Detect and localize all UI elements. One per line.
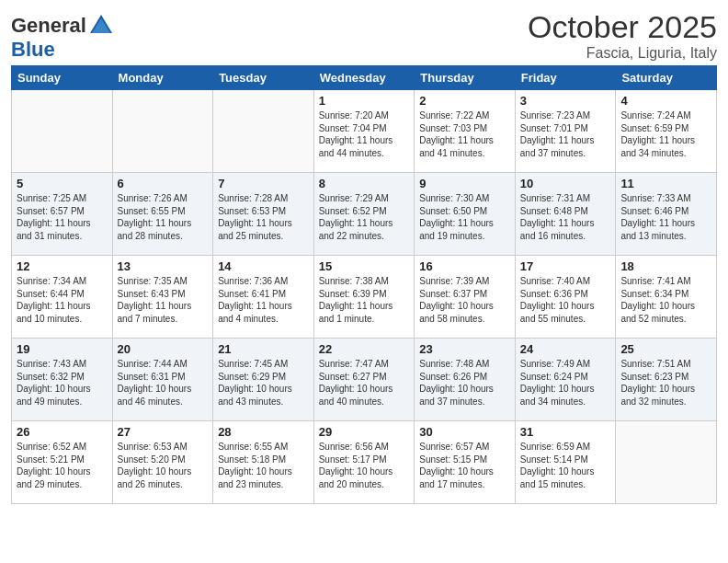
calendar-cell bbox=[12, 90, 113, 173]
day-number: 23 bbox=[419, 342, 510, 356]
calendar-week-4: 19Sunrise: 7:43 AM Sunset: 6:32 PM Dayli… bbox=[12, 339, 717, 421]
calendar-cell: 5Sunrise: 7:25 AM Sunset: 6:57 PM Daylig… bbox=[12, 173, 113, 256]
day-number: 28 bbox=[218, 425, 309, 439]
day-info: Sunrise: 7:43 AM Sunset: 6:32 PM Dayligh… bbox=[17, 358, 108, 408]
calendar-cell: 6Sunrise: 7:26 AM Sunset: 6:55 PM Daylig… bbox=[112, 173, 213, 256]
calendar-cell: 21Sunrise: 7:45 AM Sunset: 6:29 PM Dayli… bbox=[213, 339, 314, 421]
calendar-cell: 29Sunrise: 6:56 AM Sunset: 5:17 PM Dayli… bbox=[313, 421, 415, 504]
calendar-cell: 1Sunrise: 7:20 AM Sunset: 7:04 PM Daylig… bbox=[313, 90, 415, 173]
calendar-cell: 22Sunrise: 7:47 AM Sunset: 6:27 PM Dayli… bbox=[313, 339, 415, 421]
calendar-cell: 14Sunrise: 7:36 AM Sunset: 6:41 PM Dayli… bbox=[213, 256, 314, 339]
calendar-cell: 17Sunrise: 7:40 AM Sunset: 6:36 PM Dayli… bbox=[515, 256, 616, 339]
day-number: 12 bbox=[17, 259, 108, 273]
header-monday: Monday bbox=[112, 66, 213, 90]
day-info: Sunrise: 7:23 AM Sunset: 7:01 PM Dayligh… bbox=[520, 109, 611, 159]
day-info: Sunrise: 7:40 AM Sunset: 6:36 PM Dayligh… bbox=[520, 275, 611, 325]
day-number: 25 bbox=[620, 342, 711, 356]
calendar-cell: 18Sunrise: 7:41 AM Sunset: 6:34 PM Dayli… bbox=[616, 256, 717, 339]
day-number: 16 bbox=[419, 259, 510, 273]
day-info: Sunrise: 7:36 AM Sunset: 6:41 PM Dayligh… bbox=[218, 275, 309, 325]
calendar-cell: 16Sunrise: 7:39 AM Sunset: 6:37 PM Dayli… bbox=[415, 256, 516, 339]
day-info: Sunrise: 7:38 AM Sunset: 6:39 PM Dayligh… bbox=[319, 275, 410, 325]
day-info: Sunrise: 7:39 AM Sunset: 6:37 PM Dayligh… bbox=[419, 275, 510, 325]
day-info: Sunrise: 7:48 AM Sunset: 6:26 PM Dayligh… bbox=[419, 358, 510, 408]
day-info: Sunrise: 6:53 AM Sunset: 5:20 PM Dayligh… bbox=[118, 441, 209, 490]
day-info: Sunrise: 7:45 AM Sunset: 6:29 PM Dayligh… bbox=[218, 358, 309, 408]
calendar-table: Sunday Monday Tuesday Wednesday Thursday… bbox=[11, 65, 717, 504]
day-info: Sunrise: 7:49 AM Sunset: 6:24 PM Dayligh… bbox=[520, 358, 611, 408]
calendar-cell: 12Sunrise: 7:34 AM Sunset: 6:44 PM Dayli… bbox=[12, 256, 113, 339]
day-number: 30 bbox=[419, 425, 510, 439]
day-info: Sunrise: 7:20 AM Sunset: 7:04 PM Dayligh… bbox=[319, 109, 410, 159]
calendar-cell: 2Sunrise: 7:22 AM Sunset: 7:03 PM Daylig… bbox=[415, 90, 516, 173]
title-block: October 2025 Fascia, Liguria, Italy bbox=[528, 9, 717, 62]
calendar-cell: 7Sunrise: 7:28 AM Sunset: 6:53 PM Daylig… bbox=[213, 173, 314, 256]
day-info: Sunrise: 6:55 AM Sunset: 5:18 PM Dayligh… bbox=[218, 441, 309, 490]
day-number: 11 bbox=[620, 177, 711, 190]
day-info: Sunrise: 7:44 AM Sunset: 6:31 PM Dayligh… bbox=[118, 358, 209, 408]
calendar-cell: 4Sunrise: 7:24 AM Sunset: 6:59 PM Daylig… bbox=[616, 90, 717, 173]
day-info: Sunrise: 7:41 AM Sunset: 6:34 PM Dayligh… bbox=[620, 275, 711, 325]
day-info: Sunrise: 6:52 AM Sunset: 5:21 PM Dayligh… bbox=[17, 441, 108, 490]
day-number: 9 bbox=[419, 177, 510, 190]
day-info: Sunrise: 7:33 AM Sunset: 6:46 PM Dayligh… bbox=[620, 192, 711, 242]
calendar-cell: 10Sunrise: 7:31 AM Sunset: 6:48 PM Dayli… bbox=[515, 173, 616, 256]
calendar-cell: 11Sunrise: 7:33 AM Sunset: 6:46 PM Dayli… bbox=[616, 173, 717, 256]
calendar-week-1: 1Sunrise: 7:20 AM Sunset: 7:04 PM Daylig… bbox=[12, 90, 717, 173]
day-info: Sunrise: 7:22 AM Sunset: 7:03 PM Dayligh… bbox=[419, 109, 510, 159]
logo: General Blue bbox=[11, 13, 114, 61]
day-info: Sunrise: 7:28 AM Sunset: 6:53 PM Dayligh… bbox=[218, 192, 309, 242]
day-number: 15 bbox=[319, 259, 410, 273]
day-info: Sunrise: 6:57 AM Sunset: 5:15 PM Dayligh… bbox=[419, 441, 510, 490]
day-info: Sunrise: 7:34 AM Sunset: 6:44 PM Dayligh… bbox=[17, 275, 108, 325]
calendar-cell: 3Sunrise: 7:23 AM Sunset: 7:01 PM Daylig… bbox=[515, 90, 616, 173]
day-info: Sunrise: 7:29 AM Sunset: 6:52 PM Dayligh… bbox=[319, 192, 410, 242]
day-number: 24 bbox=[520, 342, 611, 356]
calendar-cell: 9Sunrise: 7:30 AM Sunset: 6:50 PM Daylig… bbox=[415, 173, 516, 256]
day-number: 21 bbox=[218, 342, 309, 356]
calendar-cell: 13Sunrise: 7:35 AM Sunset: 6:43 PM Dayli… bbox=[112, 256, 213, 339]
day-info: Sunrise: 6:59 AM Sunset: 5:14 PM Dayligh… bbox=[520, 441, 611, 490]
day-number: 14 bbox=[218, 259, 309, 273]
day-number: 19 bbox=[17, 342, 108, 356]
day-number: 8 bbox=[319, 177, 410, 190]
header-wednesday: Wednesday bbox=[313, 66, 415, 90]
header: General Blue October 2025 Fascia, Liguri… bbox=[11, 9, 717, 62]
month-title: October 2025 bbox=[528, 9, 717, 45]
day-number: 26 bbox=[17, 425, 108, 439]
calendar-cell: 24Sunrise: 7:49 AM Sunset: 6:24 PM Dayli… bbox=[515, 339, 616, 421]
calendar-week-3: 12Sunrise: 7:34 AM Sunset: 6:44 PM Dayli… bbox=[12, 256, 717, 339]
location-title: Fascia, Liguria, Italy bbox=[528, 45, 717, 62]
header-saturday: Saturday bbox=[616, 66, 717, 90]
day-number: 10 bbox=[520, 177, 611, 190]
day-info: Sunrise: 7:25 AM Sunset: 6:57 PM Dayligh… bbox=[17, 192, 108, 242]
day-number: 17 bbox=[520, 259, 611, 273]
calendar-cell: 8Sunrise: 7:29 AM Sunset: 6:52 PM Daylig… bbox=[313, 173, 415, 256]
calendar-week-5: 26Sunrise: 6:52 AM Sunset: 5:21 PM Dayli… bbox=[12, 421, 717, 504]
day-info: Sunrise: 7:51 AM Sunset: 6:23 PM Dayligh… bbox=[620, 358, 711, 408]
calendar-cell: 26Sunrise: 6:52 AM Sunset: 5:21 PM Dayli… bbox=[12, 421, 113, 504]
day-info: Sunrise: 7:31 AM Sunset: 6:48 PM Dayligh… bbox=[520, 192, 611, 242]
day-number: 20 bbox=[118, 342, 209, 356]
calendar-cell: 15Sunrise: 7:38 AM Sunset: 6:39 PM Dayli… bbox=[313, 256, 415, 339]
logo-general-text: General bbox=[11, 15, 86, 37]
day-info: Sunrise: 7:24 AM Sunset: 6:59 PM Dayligh… bbox=[620, 109, 711, 159]
day-info: Sunrise: 7:30 AM Sunset: 6:50 PM Dayligh… bbox=[419, 192, 510, 242]
day-info: Sunrise: 7:35 AM Sunset: 6:43 PM Dayligh… bbox=[118, 275, 209, 325]
calendar-week-2: 5Sunrise: 7:25 AM Sunset: 6:57 PM Daylig… bbox=[12, 173, 717, 256]
day-number: 27 bbox=[118, 425, 209, 439]
day-number: 29 bbox=[319, 425, 410, 439]
calendar-cell: 30Sunrise: 6:57 AM Sunset: 5:15 PM Dayli… bbox=[415, 421, 516, 504]
day-info: Sunrise: 6:56 AM Sunset: 5:17 PM Dayligh… bbox=[319, 441, 410, 490]
day-info: Sunrise: 7:47 AM Sunset: 6:27 PM Dayligh… bbox=[319, 358, 410, 408]
day-number: 22 bbox=[319, 342, 410, 356]
day-number: 1 bbox=[319, 94, 410, 108]
header-tuesday: Tuesday bbox=[213, 66, 314, 90]
weekday-header-row: Sunday Monday Tuesday Wednesday Thursday… bbox=[12, 66, 717, 90]
day-number: 6 bbox=[118, 177, 209, 190]
calendar-cell: 27Sunrise: 6:53 AM Sunset: 5:20 PM Dayli… bbox=[112, 421, 213, 504]
day-info: Sunrise: 7:26 AM Sunset: 6:55 PM Dayligh… bbox=[118, 192, 209, 242]
calendar-cell bbox=[213, 90, 314, 173]
calendar-cell bbox=[112, 90, 213, 173]
day-number: 7 bbox=[218, 177, 309, 190]
